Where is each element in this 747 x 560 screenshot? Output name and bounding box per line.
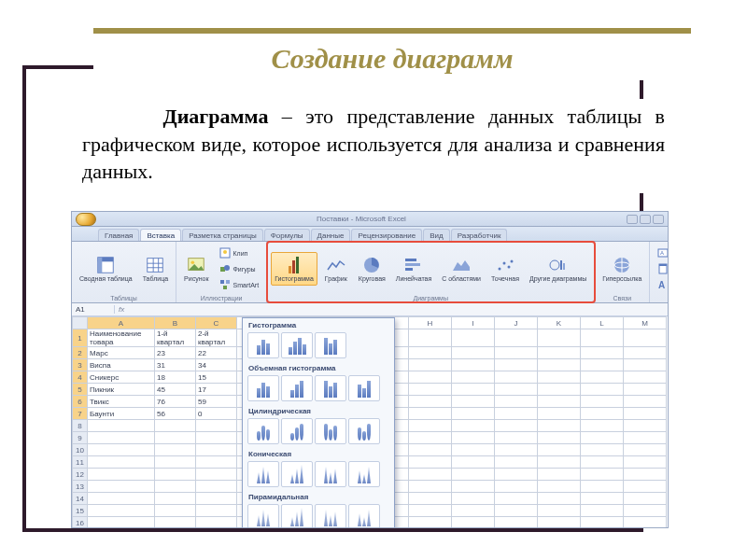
gallery-item[interactable]: [247, 461, 279, 487]
clip-icon: [219, 247, 231, 259]
gallery-item[interactable]: [315, 332, 346, 358]
ribbon: Сводная таблица Таблица Таблицы Рисунок …: [72, 242, 668, 303]
col-header-K[interactable]: K: [538, 317, 581, 329]
name-box[interactable]: A1: [72, 305, 115, 314]
gallery-item[interactable]: [281, 461, 313, 487]
smartart-label: SmartArt: [233, 282, 260, 288]
gallery-section-title: Цилиндрическая: [243, 404, 394, 417]
gallery-item[interactable]: [247, 418, 279, 444]
col-header-I[interactable]: I: [452, 317, 495, 329]
tab-view[interactable]: Вид: [423, 229, 449, 241]
tab-review[interactable]: Рецензирование: [351, 229, 422, 241]
other-charts-button[interactable]: Другие диаграммы: [526, 252, 590, 285]
area-chart-button[interactable]: С областями: [438, 252, 485, 285]
tab-page-layout[interactable]: Разметка страницы: [182, 229, 263, 241]
col-header-C[interactable]: C: [196, 317, 237, 329]
fx-label: fx: [115, 305, 128, 314]
minimize-button[interactable]: [627, 215, 638, 224]
ribbon-group-illustrations: Рисунок Клип Фигуры SmartArt Иллюстрации: [176, 242, 267, 302]
gallery-item[interactable]: [281, 504, 313, 527]
gallery-item[interactable]: [315, 418, 346, 444]
svg-point-11: [223, 250, 227, 254]
gallery-item[interactable]: [247, 504, 279, 527]
histogram-button[interactable]: Гистограмма: [271, 252, 317, 285]
gallery-item[interactable]: [281, 418, 313, 444]
gallery-section-title: Коническая: [243, 447, 394, 460]
table-label: Таблица: [143, 275, 168, 282]
bar-chart-label: Линейчатая: [396, 275, 431, 282]
ribbon-group-text-label: Текст: [654, 294, 669, 302]
picture-label: Рисунок: [184, 275, 208, 282]
definition-indent: [82, 105, 163, 128]
ribbon-tabs: Главная Вставка Разметка страницы Формул…: [72, 227, 668, 242]
clip-button[interactable]: Клип: [216, 245, 263, 260]
headerfooter-button[interactable]: Колонтитулы: [654, 261, 669, 276]
tab-formulas[interactable]: Формулы: [264, 229, 310, 241]
svg-point-13: [224, 265, 230, 271]
line-chart-button[interactable]: График: [320, 252, 352, 285]
wordart-icon: A: [657, 279, 669, 290]
gallery-item[interactable]: [348, 461, 380, 487]
svg-point-24: [510, 260, 513, 263]
tab-data[interactable]: Данные: [311, 229, 351, 241]
svg-point-23: [507, 266, 510, 269]
table-icon: [145, 255, 165, 275]
ribbon-group-tables: Сводная таблица Таблица Таблицы: [72, 242, 176, 302]
headerfooter-icon: [657, 263, 669, 274]
hyperlink-button[interactable]: Гиперссылка: [599, 252, 645, 285]
tab-insert[interactable]: Вставка: [140, 229, 181, 241]
bar-chart-button[interactable]: Линейчатая: [392, 252, 435, 285]
col-header-A[interactable]: A: [88, 317, 155, 329]
pivot-table-button[interactable]: Сводная таблица: [76, 252, 136, 285]
ribbon-group-tables-label: Таблицы: [76, 294, 172, 302]
gallery-item[interactable]: [348, 418, 380, 444]
select-all-corner[interactable]: [73, 317, 88, 329]
gallery-item[interactable]: [348, 504, 380, 527]
textbox-icon: A: [657, 247, 669, 259]
picture-button[interactable]: Рисунок: [180, 252, 212, 285]
shapes-button[interactable]: Фигуры: [216, 261, 263, 276]
tab-home[interactable]: Главная: [98, 229, 139, 241]
pie-chart-button[interactable]: Круговая: [355, 252, 389, 285]
area-chart-label: С областями: [442, 275, 481, 282]
clip-label: Клип: [233, 250, 248, 257]
gallery-item[interactable]: [281, 375, 313, 401]
ribbon-group-charts-label: Диаграммы: [271, 294, 590, 302]
smartart-button[interactable]: SmartArt: [216, 277, 263, 292]
gallery-item[interactable]: [315, 461, 346, 487]
gallery-item[interactable]: [315, 375, 346, 401]
close-button[interactable]: [653, 215, 664, 224]
textbox-button[interactable]: AНадпись: [654, 245, 669, 260]
definition-term: Диаграмма: [163, 105, 269, 128]
col-header-J[interactable]: J: [495, 317, 538, 329]
col-header-B[interactable]: B: [155, 317, 196, 329]
office-button[interactable]: [76, 213, 96, 226]
table-button[interactable]: Таблица: [139, 252, 172, 285]
gallery-item[interactable]: [247, 375, 279, 401]
gallery-item[interactable]: [315, 504, 346, 527]
svg-point-9: [191, 261, 195, 265]
shapes-icon: [219, 263, 231, 274]
line-chart-label: График: [325, 275, 347, 282]
gallery-item[interactable]: [348, 375, 380, 401]
scatter-chart-button[interactable]: Точечная: [487, 252, 523, 285]
area-chart-icon: [451, 255, 472, 275]
gallery-section-title: Объемная гистограмма: [243, 361, 394, 374]
bar-chart-icon: [403, 255, 424, 275]
col-header-H[interactable]: H: [409, 317, 452, 329]
ribbon-group-illustrations-label: Иллюстрации: [180, 294, 262, 302]
picture-icon: [186, 255, 206, 275]
col-header-M[interactable]: M: [624, 317, 667, 329]
slide-accent-bar: [93, 28, 691, 34]
maximize-button[interactable]: [640, 215, 651, 224]
svg-rect-2: [98, 258, 103, 273]
gallery-item[interactable]: [247, 332, 279, 358]
pie-chart-icon: [361, 255, 382, 275]
col-header-L[interactable]: L: [581, 317, 624, 329]
chart-gallery-dropdown: Гистограмма Объемная гистограмма Цилиндр…: [242, 317, 395, 527]
wordart-button[interactable]: AWordArt: [654, 277, 669, 292]
other-charts-icon: [548, 255, 569, 275]
tab-developer[interactable]: Разработчик: [451, 229, 508, 241]
gallery-item[interactable]: [281, 332, 313, 358]
smartart-icon: [219, 279, 231, 290]
